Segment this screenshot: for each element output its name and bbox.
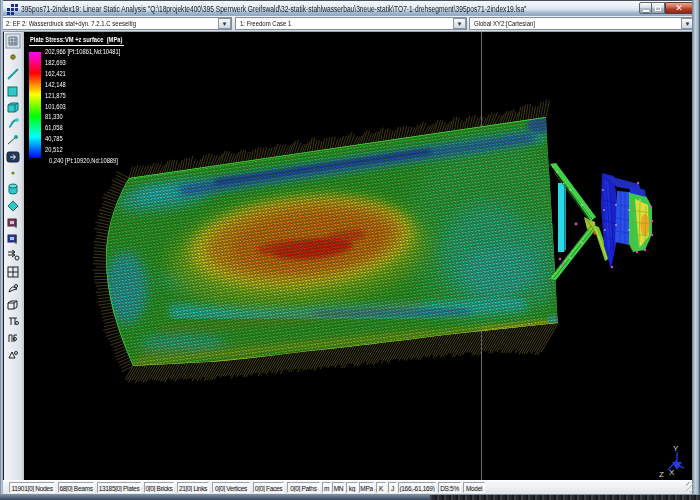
svg-text:Y: Y (673, 444, 679, 453)
svg-text:Z: Z (659, 470, 664, 479)
svg-text:X: X (669, 468, 675, 477)
